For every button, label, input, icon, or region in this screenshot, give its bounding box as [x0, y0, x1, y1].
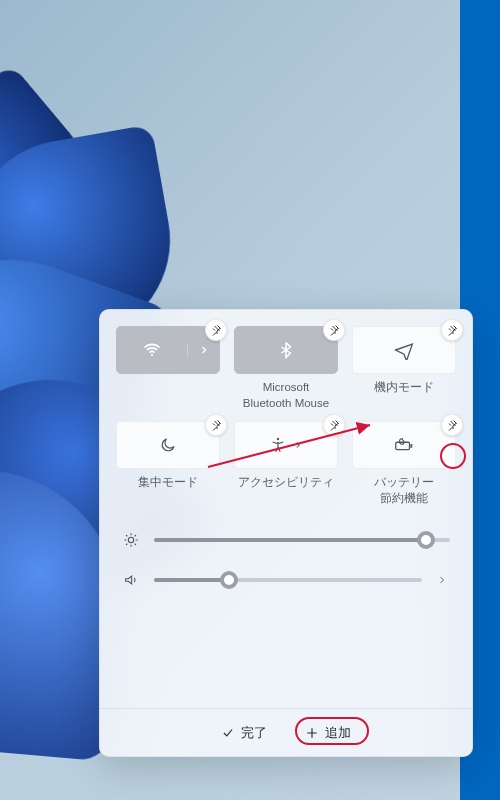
svg-rect-2: [396, 442, 410, 449]
volume-icon: [122, 572, 140, 588]
brightness-track[interactable]: [154, 538, 450, 542]
volume-slider[interactable]: [122, 560, 450, 600]
unpin-icon: [446, 324, 458, 336]
unpin-wifi[interactable]: [205, 319, 227, 341]
unpin-icon: [328, 419, 340, 431]
svg-point-1: [277, 438, 279, 440]
chevron-right-icon: [293, 440, 303, 450]
panel-footer: 完了 追加: [100, 708, 472, 756]
tile-focus[interactable]: [116, 421, 220, 469]
airplane-icon: [394, 340, 414, 360]
unpin-bluetooth[interactable]: [323, 319, 345, 341]
tile-airplane-label: 機内モード: [374, 380, 434, 410]
bluetooth-icon: [277, 341, 295, 359]
unpin-icon: [210, 419, 222, 431]
svg-rect-3: [410, 444, 412, 448]
quick-settings-panel: Microsoft Bluetooth Mouse 機内モード 集中モード: [99, 309, 473, 757]
tile-accessibility-label: アクセシビリティ: [238, 475, 334, 505]
quick-settings-tiles: Microsoft Bluetooth Mouse 機内モード 集中モード: [100, 310, 472, 506]
tile-battery-saver-label: バッテリー 節約機能: [374, 475, 434, 506]
done-button[interactable]: 完了: [211, 719, 277, 747]
svg-point-0: [151, 354, 153, 356]
tile-airplane[interactable]: [352, 326, 456, 374]
moon-icon: [159, 436, 177, 454]
brightness-slider[interactable]: [122, 520, 450, 560]
battery-saver-icon: [393, 434, 415, 456]
tile-bluetooth-label: Microsoft Bluetooth Mouse: [243, 380, 329, 411]
brightness-icon: [122, 532, 140, 548]
tile-wifi-expand[interactable]: [187, 344, 219, 356]
add-label: 追加: [325, 724, 351, 742]
done-label: 完了: [241, 724, 267, 742]
chevron-right-icon: [198, 344, 210, 356]
tile-wifi[interactable]: [116, 326, 220, 374]
svg-point-4: [128, 537, 133, 542]
wifi-icon: [142, 340, 162, 360]
add-button[interactable]: 追加: [295, 719, 361, 747]
sliders-area: [100, 506, 472, 610]
tile-focus-label: 集中モード: [138, 475, 198, 505]
unpin-airplane[interactable]: [441, 319, 463, 341]
volume-track[interactable]: [154, 578, 422, 582]
tile-accessibility[interactable]: [234, 421, 338, 469]
tile-bluetooth[interactable]: [234, 326, 338, 374]
tile-battery-saver[interactable]: [352, 421, 456, 469]
unpin-icon: [328, 324, 340, 336]
unpin-focus[interactable]: [205, 414, 227, 436]
unpin-accessibility[interactable]: [323, 414, 345, 436]
unpin-icon: [210, 324, 222, 336]
check-icon: [221, 726, 235, 740]
volume-expand[interactable]: [436, 574, 450, 586]
accessibility-icon: [269, 436, 287, 454]
unpin-icon: [446, 419, 458, 431]
unpin-battery-saver[interactable]: [441, 414, 463, 436]
plus-icon: [305, 726, 319, 740]
